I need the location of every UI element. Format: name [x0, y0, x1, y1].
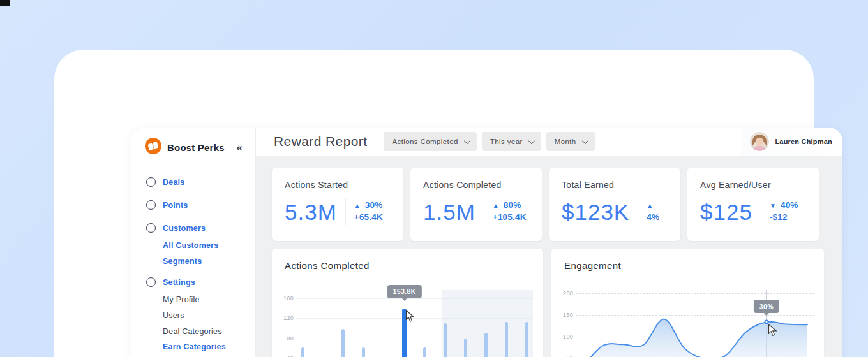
stat-label: Actions Completed	[423, 180, 530, 190]
y-axis-label: 150	[561, 312, 573, 318]
engagement-tooltip: 30%	[754, 300, 779, 313]
sidebar-item-users[interactable]: Users	[131, 308, 255, 324]
sidebar-item-earn-categories[interactable]: Earn Categories	[131, 339, 255, 355]
page-title: Reward Report	[274, 134, 367, 149]
charts-row: Actions Completed 16012080400153.8K AugS…	[272, 249, 823, 357]
stat-label: Avg Earned/User	[700, 180, 807, 190]
stat-percent: ▼ 40%	[770, 200, 798, 212]
user-menu[interactable]: Lauren Chipman	[742, 127, 842, 156]
collapse-sidebar-button[interactable]: «	[237, 142, 245, 153]
ticket-icon	[145, 138, 161, 157]
brand: Boost Perks «	[131, 127, 255, 157]
sidebar-item-label: Users	[163, 311, 184, 320]
bar-apr[interactable]	[464, 339, 467, 357]
stat-divider	[638, 198, 638, 225]
stat-value: $125	[700, 201, 752, 223]
filter-label: This year	[490, 138, 523, 145]
bar-tooltip: 153.8K	[387, 285, 421, 298]
bar-feb[interactable]	[423, 347, 426, 357]
stat-change: -$12	[770, 212, 798, 224]
sidebar-item-label: Deals	[163, 178, 184, 187]
brand-name: Boost Perks	[167, 142, 231, 153]
stat-percent: ▲ 30%	[354, 200, 383, 212]
sidebar-item-deal-categories[interactable]: Deal Categories	[131, 323, 255, 339]
bar-jul[interactable]	[525, 322, 528, 357]
stat-label: Total Earned	[562, 180, 669, 190]
bar-may[interactable]	[484, 333, 488, 357]
filter-dropdown-month[interactable]: Month	[546, 132, 595, 151]
actions-completed-chart-card: Actions Completed 16012080400153.8K AugS…	[272, 249, 543, 357]
stat-value: $123K	[562, 201, 629, 223]
bar-jun[interactable]	[505, 322, 508, 357]
stat-divider	[484, 198, 484, 225]
sidebar-nav: DealsPointsCustomersAll CustomersSegment…	[131, 157, 255, 357]
stat-body: 1.5M▲ 80%+105.4K	[423, 198, 530, 225]
y-axis-label: 100	[561, 333, 573, 340]
app-window: Boost Perks « DealsPointsCustomersAll Cu…	[131, 127, 842, 357]
sidebar-item-label: Customers	[163, 224, 206, 233]
stat-body: $125▼ 40%-$12	[700, 198, 807, 225]
main-header: Reward Report Actions CompletedThis year…	[256, 127, 842, 156]
stats-row: Actions Started5.3M▲ 30%+65.4KActions Co…	[272, 168, 823, 241]
dashboard-content: Actions Started5.3M▲ 30%+65.4KActions Co…	[256, 156, 842, 357]
sidebar-item-label: Segments	[163, 257, 202, 266]
sidebar-item-themes[interactable]: Themes	[131, 355, 255, 357]
bar-oct[interactable]	[341, 329, 345, 357]
sidebar-item-label: My Profile	[163, 295, 200, 304]
sidebar-item-label: Deal Categories	[163, 327, 222, 336]
chart-title: Engagement	[564, 260, 814, 271]
filter-label: Month	[555, 138, 576, 145]
bar-chart-plot: 16012080400153.8K	[296, 290, 533, 357]
stat-card-avg-earned-user: Avg Earned/User$125▼ 40%-$12	[687, 168, 819, 241]
y-axis-label: 80	[281, 335, 294, 342]
circle-icon	[146, 277, 156, 287]
user-avatar	[750, 132, 769, 151]
bar-aug[interactable]	[301, 347, 304, 357]
screen-corner-artifact	[0, 0, 10, 6]
y-axis-label: 200	[561, 290, 573, 296]
bar-nov[interactable]	[362, 347, 365, 357]
stat-delta: ▲ 4%	[647, 200, 669, 224]
sidebar-item-segments[interactable]: Segments	[131, 254, 255, 270]
stat-change: +105.4K	[493, 212, 527, 224]
chevron-down-icon	[464, 138, 470, 144]
filter-dropdown-this-year[interactable]: This year	[482, 132, 541, 151]
stat-value: 5.3M	[285, 201, 337, 223]
sidebar: Boost Perks « DealsPointsCustomersAll Cu…	[131, 127, 256, 357]
arrow-up-icon: ▲	[354, 202, 361, 209]
stat-percent: ▲ 4%	[647, 200, 669, 224]
stat-delta: ▼ 40%-$12	[770, 200, 798, 224]
stat-delta: ▲ 80%+105.4K	[493, 200, 527, 224]
area-chart-plot: 20015010050030%	[576, 290, 814, 357]
circle-icon	[146, 200, 156, 210]
sidebar-item-deals[interactable]: Deals	[131, 172, 255, 192]
stat-card-actions-started: Actions Started5.3M▲ 30%+65.4K	[272, 168, 403, 241]
main-area: Reward Report Actions CompletedThis year…	[256, 127, 842, 357]
sidebar-item-points[interactable]: Points	[131, 195, 255, 215]
stat-value: 1.5M	[423, 201, 475, 223]
sidebar-item-my-profile[interactable]: My Profile	[131, 292, 255, 308]
sidebar-item-label: Settings	[163, 278, 195, 287]
sidebar-item-settings[interactable]: Settings	[131, 272, 255, 292]
sidebar-item-label: Points	[163, 201, 188, 210]
forecast-region	[442, 290, 533, 357]
mouse-cursor-icon	[405, 310, 414, 325]
arrow-down-icon: ▼	[770, 202, 776, 209]
engagement-chart-card: Engagement 20015010050030% AugSepOctNovD…	[551, 249, 824, 357]
stat-change: +65.4K	[354, 212, 383, 224]
y-axis-label: 120	[281, 315, 294, 321]
sidebar-item-all-customers[interactable]: All Customers	[131, 238, 255, 254]
stat-divider	[761, 198, 761, 225]
sidebar-item-customers[interactable]: Customers	[131, 218, 255, 238]
filter-label: Actions Completed	[392, 138, 458, 145]
user-name: Lauren Chipman	[775, 138, 832, 145]
stat-card-total-earned: Total Earned$123K▲ 4%	[549, 168, 680, 241]
filter-dropdown-actions-completed[interactable]: Actions Completed	[384, 132, 476, 151]
stat-card-actions-completed: Actions Completed1.5M▲ 80%+105.4K	[410, 168, 542, 241]
chevron-down-icon	[582, 138, 588, 144]
stat-label: Actions Started	[285, 180, 392, 190]
bar-mar[interactable]	[444, 323, 447, 357]
chevron-down-icon	[528, 138, 535, 144]
sidebar-item-label: All Customers	[163, 241, 218, 250]
y-axis-label: 160	[281, 295, 294, 302]
